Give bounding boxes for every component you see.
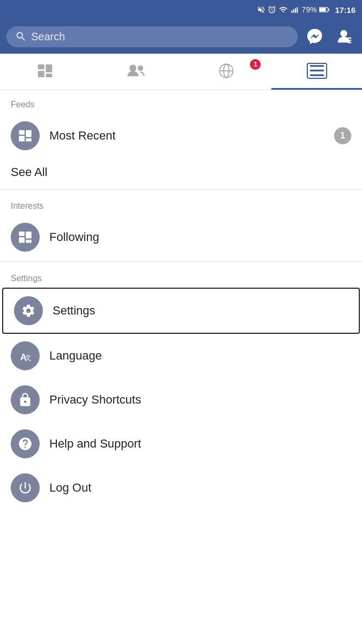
help-icon-circle [11, 429, 40, 458]
logout-label: Log Out [49, 481, 91, 495]
settings-item[interactable]: Settings [2, 288, 360, 334]
profile-menu-button[interactable] [332, 25, 356, 48]
status-icons: 79% [257, 5, 330, 14]
privacy-icon-circle [11, 385, 40, 414]
help-support-label: Help and Support [49, 437, 141, 451]
language-item[interactable]: A 文 Language [0, 334, 362, 378]
svg-rect-1 [293, 9, 294, 13]
svg-rect-20 [310, 65, 324, 67]
svg-rect-25 [19, 136, 25, 142]
globe-icon [218, 62, 234, 79]
logout-item[interactable]: Log Out [0, 466, 362, 510]
most-recent-label: Most Recent [49, 129, 116, 143]
help-support-item[interactable]: Help and Support [0, 422, 362, 466]
settings-label: Settings [53, 304, 95, 318]
help-icon [18, 436, 33, 451]
messenger-icon [306, 27, 324, 46]
header: Search [0, 19, 362, 54]
most-recent-icon-circle [11, 121, 40, 150]
logout-icon-circle [11, 473, 40, 502]
svg-rect-29 [19, 237, 25, 243]
battery-icon [319, 6, 330, 13]
svg-rect-24 [26, 130, 31, 137]
privacy-shortcuts-item[interactable]: Privacy Shortcuts [0, 378, 362, 422]
silent-icon [257, 5, 265, 14]
most-recent-item[interactable]: Most Recent 1 [0, 114, 362, 158]
search-bar[interactable]: Search [6, 26, 298, 47]
tab-bar: 1 [0, 54, 362, 90]
svg-rect-5 [319, 8, 326, 12]
search-icon [15, 31, 27, 42]
lock-icon [18, 392, 33, 407]
tab-menu[interactable] [271, 54, 362, 90]
profile-menu-icon [335, 27, 353, 46]
status-time: 17:16 [335, 5, 356, 14]
tab-notifications[interactable]: 1 [181, 54, 272, 90]
hamburger-icon [310, 65, 324, 77]
wifi-icon [278, 5, 288, 14]
divider-2 [0, 261, 362, 262]
svg-rect-21 [310, 70, 324, 71]
tab-home[interactable] [0, 54, 91, 90]
privacy-shortcuts-label: Privacy Shortcuts [49, 393, 141, 407]
settings-section-label: Settings [0, 264, 362, 288]
svg-point-16 [138, 65, 143, 71]
most-recent-badge: 1 [334, 127, 351, 144]
following-label: Following [49, 230, 99, 244]
feeds-section-label: Feeds [0, 90, 362, 114]
home-icon [36, 62, 54, 79]
following-icon-circle [11, 223, 40, 252]
language-icon-circle: A 文 [11, 341, 40, 370]
gear-icon [21, 303, 36, 318]
search-placeholder: Search [31, 31, 65, 43]
svg-text:文: 文 [25, 354, 32, 362]
svg-rect-3 [297, 7, 298, 13]
notification-badge: 1 [250, 59, 261, 70]
status-bar: 79% 17:16 [0, 0, 362, 19]
friends-icon [126, 62, 145, 79]
svg-rect-11 [38, 64, 45, 69]
messenger-button[interactable] [303, 25, 327, 48]
following-icon [18, 230, 33, 245]
svg-rect-23 [19, 130, 25, 135]
tab-friends[interactable] [91, 54, 181, 90]
svg-rect-6 [328, 9, 329, 11]
svg-rect-27 [19, 232, 25, 236]
interests-section-label: Interests [0, 192, 362, 215]
settings-icon-circle [14, 296, 43, 325]
svg-rect-12 [46, 64, 53, 72]
svg-rect-30 [26, 240, 31, 243]
svg-rect-28 [26, 232, 31, 239]
svg-rect-2 [295, 8, 296, 13]
svg-rect-0 [291, 10, 292, 13]
svg-point-15 [130, 64, 137, 71]
language-icon: A 文 [18, 348, 33, 363]
svg-rect-14 [46, 74, 53, 77]
following-item[interactable]: Following [0, 215, 362, 259]
svg-rect-22 [310, 75, 324, 76]
svg-point-7 [341, 30, 348, 37]
power-icon [18, 480, 33, 495]
alarm-icon [268, 5, 276, 14]
news-icon [18, 128, 33, 143]
language-label: Language [49, 349, 102, 363]
see-all-button[interactable]: See All [0, 158, 362, 187]
menu-icon [307, 63, 327, 79]
battery-level: 79% [302, 5, 317, 14]
svg-rect-13 [38, 71, 45, 77]
signal-icon [290, 5, 300, 14]
divider-1 [0, 189, 362, 189]
svg-rect-26 [26, 138, 31, 142]
